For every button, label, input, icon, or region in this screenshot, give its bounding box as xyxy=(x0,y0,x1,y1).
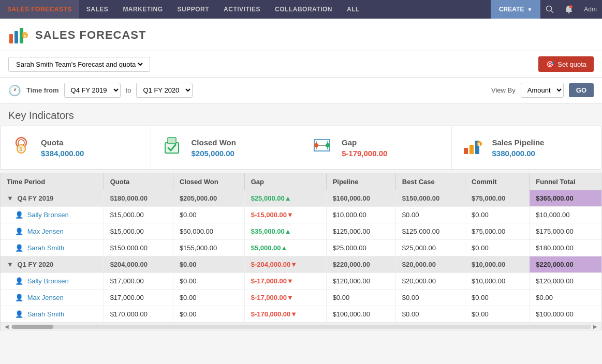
table-row: 👤 Sally Bronsen $15,000.00 $0.00 $-15,00… xyxy=(1,207,601,223)
scroll-left-arrow[interactable]: ◀ xyxy=(3,324,11,329)
forecast-table: Time Period Quota Closed Won Gap Pipelin… xyxy=(1,173,601,323)
person-commit-0-2: $0.00 xyxy=(465,240,530,256)
person-link[interactable]: Sarah Smith xyxy=(27,244,65,252)
horizontal-scrollbar[interactable]: ◀ ▶ xyxy=(1,323,601,330)
indicator-sales-pipeline: $ Sales Pipeline $380,000.00 xyxy=(452,126,602,169)
person-commit-1-1: $0.00 xyxy=(465,290,530,306)
person-name-0-0: 👤 Sally Bronsen xyxy=(1,207,104,223)
person-quota-1-0: $17,000.00 xyxy=(104,273,173,290)
svg-rect-3 xyxy=(9,34,13,43)
period-label-1: ▼ Q1 FY 2020 xyxy=(1,256,104,273)
chevron-icon[interactable]: ▼ xyxy=(7,194,13,202)
person-best-case-0-0: $0.00 xyxy=(395,207,465,223)
person-pipeline-1-2: $100,000.00 xyxy=(326,306,395,323)
time-from-select[interactable]: Q4 FY 2019 xyxy=(64,83,121,98)
forecast-select[interactable]: Sarah Smith Team's Forecast and quota xyxy=(14,60,144,69)
nav-item-activities[interactable]: ACTIVITIES xyxy=(216,0,268,19)
chevron-icon[interactable]: ▼ xyxy=(7,261,13,268)
sales-forecast-icon: $ xyxy=(8,25,29,46)
period-best-case-1: $20,000.00 xyxy=(395,256,465,273)
period-closed-won-1: $0.00 xyxy=(173,256,244,273)
set-quota-button[interactable]: 🎯 Set quota xyxy=(538,56,594,72)
person-link[interactable]: Sally Bronsen xyxy=(27,211,69,219)
indicator-closed-won: Closed Won $205,000.00 xyxy=(151,126,302,169)
col-quota: Quota xyxy=(104,173,173,190)
create-caret-icon: ▼ xyxy=(527,7,532,12)
top-navigation: SALES FORECASTS SALES MARKETING SUPPORT … xyxy=(0,0,602,19)
col-closed-won: Closed Won xyxy=(173,173,244,190)
sales-pipeline-label: Sales Pipeline xyxy=(492,138,545,147)
sales-pipeline-icon: $ xyxy=(460,133,485,162)
period-commit-0: $75,000.00 xyxy=(465,190,530,207)
key-indicators-container: $ Quota $384,000.00 Closed Won $205,000.… xyxy=(0,126,602,170)
search-icon-button[interactable] xyxy=(540,0,559,19)
create-label: CREATE xyxy=(499,6,524,13)
person-closed-won-0-2: $155,000.00 xyxy=(173,240,244,256)
period-funnel-total-0: $365,000.00 xyxy=(530,190,601,207)
scrollbar-track xyxy=(11,325,591,329)
period-label-0: ▼ Q4 FY 2019 xyxy=(1,190,104,207)
person-link[interactable]: Sally Bronsen xyxy=(27,277,69,285)
nav-item-sales-forecasts[interactable]: SALES FORECASTS xyxy=(0,0,79,19)
period-quota-0: $180,000.00 xyxy=(104,190,173,207)
scroll-right-arrow[interactable]: ▶ xyxy=(591,324,599,329)
person-funnel-total-0-2: $180,000.00 xyxy=(530,240,601,256)
forecast-select-dropdown[interactable]: Sarah Smith Team's Forecast and quota xyxy=(8,57,150,72)
person-icon: 👤 xyxy=(15,228,23,235)
person-closed-won-0-0: $0.00 xyxy=(173,207,244,223)
person-name-1-0: 👤 Sally Bronsen xyxy=(1,273,104,290)
period-commit-1: $10,000.00 xyxy=(465,256,530,273)
person-pipeline-0-2: $25,000.00 xyxy=(326,240,395,256)
person-name-0-1: 👤 Max Jensen xyxy=(1,223,104,240)
person-best-case-0-1: $125,000.00 xyxy=(395,223,465,240)
person-name-1-2: 👤 Sarah Smith xyxy=(1,306,104,323)
person-name-1-1: 👤 Max Jensen xyxy=(1,290,104,306)
time-from-label: Time from xyxy=(26,86,59,94)
person-link[interactable]: Max Jensen xyxy=(27,228,64,235)
closed-won-value: $205,000.00 xyxy=(192,149,236,158)
person-icon: 👤 xyxy=(15,211,23,219)
person-gap-1-1: $-17,000.00▼ xyxy=(244,290,326,306)
period-closed-won-0: $205,000.00 xyxy=(173,190,244,207)
target-icon: 🎯 xyxy=(546,60,554,68)
table-row: 👤 Sally Bronsen $17,000.00 $0.00 $-17,00… xyxy=(1,273,601,290)
nav-item-marketing[interactable]: MARKETING xyxy=(115,0,170,19)
person-icon: 👤 xyxy=(15,277,23,285)
gap-icon xyxy=(310,133,334,162)
svg-rect-4 xyxy=(14,31,18,43)
go-button[interactable]: GO xyxy=(569,83,594,97)
person-quota-1-2: $170,000.00 xyxy=(104,306,173,323)
view-by-select[interactable]: Amount xyxy=(521,83,564,98)
person-best-case-1-0: $20,000.00 xyxy=(395,273,465,290)
nav-item-support[interactable]: SUPPORT xyxy=(170,0,217,19)
table-row: 👤 Max Jensen $15,000.00 $50,000.00 $35,0… xyxy=(1,223,601,240)
person-icon: 👤 xyxy=(15,294,23,301)
person-commit-1-2: $0.00 xyxy=(465,306,530,323)
sales-pipeline-value: $380,000.00 xyxy=(492,149,545,158)
svg-text:$: $ xyxy=(20,146,23,152)
svg-rect-21 xyxy=(469,145,474,154)
col-funnel-total: Funnel Total xyxy=(530,173,601,190)
period-pipeline-0: $160,000.00 xyxy=(326,190,395,207)
time-icon: 🕐 xyxy=(8,84,21,97)
nav-item-all[interactable]: ALL xyxy=(340,0,367,19)
nav-item-sales[interactable]: SALES xyxy=(79,0,116,19)
nav-item-collaboration[interactable]: COLLABORATION xyxy=(268,0,340,19)
person-link[interactable]: Max Jensen xyxy=(27,294,64,301)
person-icon: 👤 xyxy=(15,244,23,252)
person-closed-won-1-2: $0.00 xyxy=(173,306,244,323)
scrollbar-thumb[interactable] xyxy=(12,325,53,329)
person-quota-1-1: $17,000.00 xyxy=(104,290,173,306)
gap-label: Gap xyxy=(342,138,387,147)
person-gap-0-1: $35,000.00▲ xyxy=(244,223,326,240)
notifications-icon-button[interactable] xyxy=(559,0,579,19)
person-best-case-0-2: $25,000.00 xyxy=(395,240,465,256)
person-link[interactable]: Sarah Smith xyxy=(27,310,65,318)
person-best-case-1-2: $0.00 xyxy=(395,306,465,323)
time-to-select[interactable]: Q1 FY 2020 xyxy=(136,83,193,98)
col-gap: Gap xyxy=(244,173,326,190)
key-indicators-heading: Key Indicators xyxy=(0,103,602,126)
svg-text:$: $ xyxy=(478,142,480,147)
create-button[interactable]: CREATE ▼ xyxy=(491,0,540,19)
period-row-1: ▼ Q1 FY 2020 $204,000.00 $0.00 $-204,000… xyxy=(1,256,601,273)
